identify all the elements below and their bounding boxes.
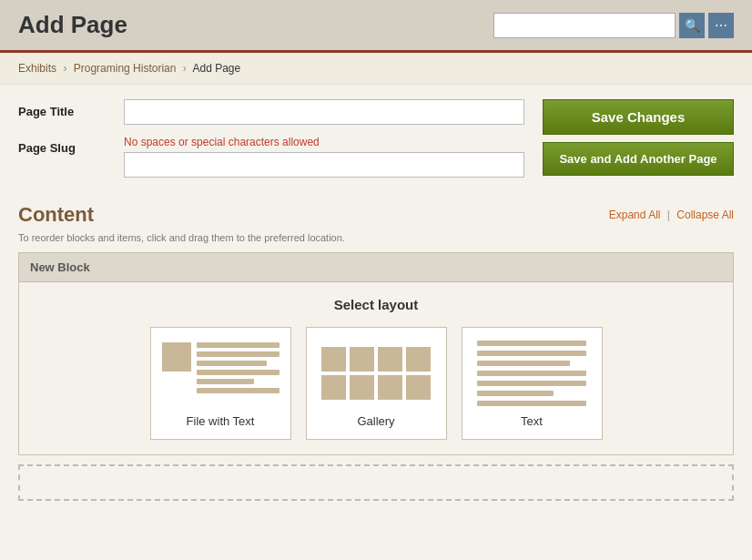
page-slug-row: Page Slug No spaces or special character…	[18, 136, 524, 178]
preview-line-1	[197, 342, 279, 348]
text-line-1	[477, 341, 586, 346]
page-title-input-group	[124, 99, 524, 125]
collapse-all-link[interactable]: Collapse All	[676, 209, 734, 221]
expand-collapse: Expand All | Collapse All	[609, 209, 734, 221]
text-line-6	[477, 391, 554, 396]
header-search: 🔍 ⋯	[493, 13, 734, 38]
breadcrumb-sep-1: ›	[63, 62, 66, 75]
text-line-4	[477, 371, 586, 376]
gallery-item-6	[350, 375, 374, 400]
search-button[interactable]: 🔍	[679, 13, 705, 38]
form-actions: Save Changes Save and Add Another Page	[543, 99, 734, 188]
page-title-label: Page Title	[18, 99, 109, 118]
page-slug-input[interactable]	[124, 152, 524, 178]
form-area: Page Title Page Slug No spaces or specia…	[0, 85, 752, 203]
gallery-item-1	[321, 347, 346, 372]
preview-line-6	[197, 388, 279, 393]
text-preview	[477, 339, 586, 407]
text-line-7	[477, 401, 586, 406]
block-body: Select layout	[19, 282, 733, 454]
gallery-item-4	[406, 347, 431, 372]
gallery-item-3	[378, 347, 402, 372]
gallery-preview	[321, 339, 431, 407]
page-title: Add Page	[18, 11, 127, 39]
search-input[interactable]	[493, 13, 676, 38]
gallery-item-5	[321, 375, 346, 400]
preview-line-5	[197, 379, 255, 384]
layout-option-file-with-text[interactable]: File with Text	[150, 327, 291, 440]
page-slug-input-group: No spaces or special characters allowed	[124, 136, 524, 178]
ellipsis-icon: ⋯	[715, 18, 727, 33]
form-fields: Page Title Page Slug No spaces or specia…	[18, 99, 524, 188]
gallery-item-7	[378, 375, 402, 400]
layout-options: File with Text	[34, 327, 718, 440]
content-title: Content	[18, 203, 94, 227]
text-line-3	[477, 361, 570, 366]
breadcrumb-current: Add Page	[192, 62, 240, 75]
save-changes-button[interactable]: Save Changes	[543, 99, 734, 135]
preview-line-3	[197, 361, 267, 366]
breadcrumb: Exhibits › Programing Historian › Add Pa…	[0, 53, 752, 85]
preview-lines	[197, 339, 279, 393]
preview-line-4	[197, 370, 279, 375]
text-line-5	[477, 381, 586, 386]
text-line-2	[477, 351, 586, 356]
search-icon: 🔍	[685, 18, 700, 33]
page-title-row: Page Title	[18, 99, 524, 125]
preview-line-2	[197, 351, 279, 357]
block-header: New Block	[19, 253, 733, 282]
main-container: Exhibits › Programing Historian › Add Pa…	[0, 53, 752, 560]
text-lines	[477, 339, 586, 407]
page-slug-label: Page Slug	[18, 136, 109, 155]
gallery-grid	[321, 339, 431, 407]
slug-hint: No spaces or special characters allowed	[124, 136, 524, 148]
page-header: Add Page 🔍 ⋯	[0, 0, 752, 53]
save-add-another-button[interactable]: Save and Add Another Page	[543, 142, 734, 176]
more-button[interactable]: ⋯	[708, 13, 734, 38]
file-with-text-preview	[162, 339, 279, 407]
content-header: Content Expand All | Collapse All	[18, 203, 734, 227]
gallery-item-8	[406, 375, 431, 400]
text-label: Text	[521, 414, 543, 428]
expand-all-link[interactable]: Expand All	[609, 209, 661, 221]
file-with-text-label: File with Text	[187, 414, 255, 428]
gallery-label: Gallery	[357, 414, 394, 428]
layout-option-gallery[interactable]: Gallery	[306, 327, 447, 440]
reorder-hint: To reorder blocks and items, click and d…	[18, 232, 734, 243]
content-section: Content Expand All | Collapse All To reo…	[0, 203, 752, 519]
breadcrumb-exhibits[interactable]: Exhibits	[18, 62, 56, 75]
breadcrumb-sep-2: ›	[183, 62, 187, 75]
breadcrumb-historian[interactable]: Programing Historian	[74, 62, 177, 75]
outer-dashed-area	[18, 464, 734, 501]
page-title-input[interactable]	[124, 99, 524, 125]
gallery-item-2	[350, 347, 374, 372]
file-thumb-icon	[162, 342, 191, 372]
block-container: New Block Select layout	[18, 252, 734, 455]
select-layout-title: Select layout	[34, 297, 718, 312]
pipe-separator: |	[667, 209, 670, 221]
layout-option-text[interactable]: Text	[462, 327, 603, 440]
